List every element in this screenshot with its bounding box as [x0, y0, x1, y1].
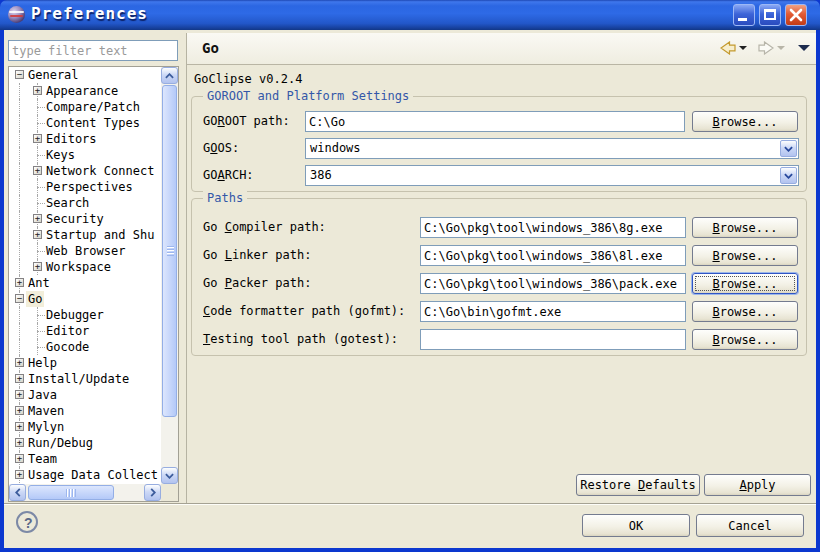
tree-rows: −General+AppearanceCompare/PatchContent … [9, 67, 161, 484]
expand-toggle-icon[interactable]: + [33, 166, 42, 175]
tree-item-label: Mylyn [26, 419, 66, 435]
forward-arrow-icon[interactable] [758, 41, 774, 55]
splitter-sash[interactable] [186, 33, 187, 504]
tree-item-team[interactable]: +Team [9, 451, 161, 467]
go-packer-path-browse-button[interactable]: Browse... [692, 273, 798, 294]
tree-item-label: Ant [26, 275, 52, 291]
scroll-right-button[interactable] [144, 484, 161, 501]
expand-toggle-icon[interactable]: + [33, 134, 42, 143]
tree-item-workspace[interactable]: +Workspace [9, 259, 161, 275]
go-linker-path-browse-button[interactable]: Browse... [692, 245, 798, 266]
tree-item-run-debug[interactable]: +Run/Debug [9, 435, 161, 451]
tree-item-label: Debugger [44, 307, 106, 323]
goroot-path-input[interactable] [305, 111, 685, 132]
tree-item-editor[interactable]: Editor [9, 323, 161, 339]
forward-history-dropdown-icon[interactable] [777, 46, 785, 50]
collapse-toggle-icon[interactable]: − [15, 70, 24, 79]
expand-toggle-icon[interactable]: + [15, 278, 24, 287]
expand-toggle-icon[interactable]: + [15, 358, 24, 367]
tree-item-install-update[interactable]: +Install/Update [9, 371, 161, 387]
collapse-toggle-icon[interactable]: − [15, 294, 24, 303]
tree-item-gocode[interactable]: Gocode [9, 339, 161, 355]
group-paths: Paths Go Compiler path:Browse...Go Linke… [191, 198, 807, 356]
go-compiler-path-input[interactable] [420, 217, 686, 238]
page-header: Go [187, 33, 816, 65]
tree-guide-line [19, 131, 20, 147]
tree-item-debugger[interactable]: Debugger [9, 307, 161, 323]
tree-item-maven[interactable]: +Maven [9, 403, 161, 419]
tree-item-label: Content Types [44, 115, 142, 131]
tree-item-startup-and-shu[interactable]: +Startup and Shu [9, 227, 161, 243]
testing-tool-path-gotest-browse-button[interactable]: Browse... [692, 329, 798, 350]
go-packer-path-input[interactable] [420, 273, 686, 294]
testing-tool-path-gotest-input[interactable] [420, 329, 686, 350]
tree-item-label: Editor [44, 323, 91, 339]
close-button[interactable] [785, 4, 807, 26]
goroot-path-browse-button[interactable]: Browse... [692, 111, 798, 132]
combo-value: windows [310, 139, 361, 158]
expand-toggle-icon[interactable]: + [15, 438, 24, 447]
tree-item-content-types[interactable]: Content Types [9, 115, 161, 131]
back-arrow-icon[interactable] [720, 41, 736, 55]
scroll-down-button[interactable] [161, 467, 178, 484]
apply-button[interactable]: Apply [704, 474, 811, 496]
expand-toggle-icon[interactable]: + [15, 390, 24, 399]
expand-toggle-icon[interactable]: + [33, 230, 42, 239]
back-history-dropdown-icon[interactable] [739, 46, 747, 50]
tree-item-perspectives[interactable]: Perspectives [9, 179, 161, 195]
tree-item-web-browser[interactable]: Web Browser [9, 243, 161, 259]
cancel-button[interactable]: Cancel [696, 514, 804, 537]
tree-item-general[interactable]: −General [9, 67, 161, 83]
tree-horizontal-scrollbar[interactable] [9, 484, 161, 501]
tree-item-go[interactable]: −Go [9, 291, 161, 307]
tree-vertical-scrollbar[interactable] [161, 67, 178, 484]
expand-toggle-icon[interactable]: + [15, 454, 24, 463]
code-formatter-path-gofmt-browse-button[interactable]: Browse... [692, 301, 798, 322]
tree-item-mylyn[interactable]: +Mylyn [9, 419, 161, 435]
combo-dropdown-button[interactable] [780, 167, 797, 184]
tree-item-ant[interactable]: +Ant [9, 275, 161, 291]
tree-item-label: Security [44, 211, 106, 227]
vertical-scroll-thumb[interactable] [162, 85, 177, 417]
tree-item-editors[interactable]: +Editors [9, 131, 161, 147]
expand-toggle-icon[interactable]: + [15, 470, 24, 479]
expand-toggle-icon[interactable]: + [33, 214, 42, 223]
tree-item-security[interactable]: +Security [9, 211, 161, 227]
combo-dropdown-button[interactable] [780, 140, 797, 157]
scroll-left-button[interactable] [9, 484, 26, 501]
expand-toggle-icon[interactable]: + [15, 422, 24, 431]
tree-item-appearance[interactable]: +Appearance [9, 83, 161, 99]
code-formatter-path-gofmt-input[interactable] [420, 301, 686, 322]
go-compiler-path-browse-button[interactable]: Browse... [692, 217, 798, 238]
filter-input[interactable] [8, 40, 178, 61]
chevron-down-icon [784, 146, 793, 152]
goos-combo[interactable]: windows [305, 138, 799, 159]
tree-item-compare-patch[interactable]: Compare/Patch [9, 99, 161, 115]
tree-item-search[interactable]: Search [9, 195, 161, 211]
tree-guide-line [19, 115, 20, 131]
goarch-combo[interactable]: 386 [305, 165, 799, 186]
go-linker-path-input[interactable] [420, 245, 686, 266]
tree-item-label: General [26, 67, 81, 83]
expand-toggle-icon[interactable]: + [15, 406, 24, 415]
tree-item-help[interactable]: +Help [9, 355, 161, 371]
tree-item-network-connect[interactable]: +Network Connect [9, 163, 161, 179]
field-label: Code formatter path (gofmt): [203, 301, 405, 322]
ok-button[interactable]: OK [582, 514, 690, 537]
restore-defaults-button[interactable]: Restore Defaults [576, 474, 700, 496]
field-label: Testing tool path (gotest): [203, 329, 398, 350]
maximize-button[interactable] [759, 4, 781, 26]
scroll-up-button[interactable] [161, 67, 178, 84]
expand-toggle-icon[interactable]: + [15, 374, 24, 383]
help-button[interactable]: ? [16, 511, 38, 533]
tree-item-usage-data-collect[interactable]: +Usage Data Collect [9, 467, 161, 483]
tree-item-java[interactable]: +Java [9, 387, 161, 403]
view-menu-icon[interactable] [798, 45, 810, 51]
tree-item-keys[interactable]: Keys [9, 147, 161, 163]
expand-toggle-icon[interactable]: + [33, 86, 42, 95]
minimize-button[interactable] [733, 4, 755, 26]
horizontal-scroll-thumb[interactable] [28, 485, 114, 500]
chevron-left-icon [15, 488, 21, 497]
expand-toggle-icon[interactable]: + [33, 262, 42, 271]
titlebar[interactable]: Preferences [0, 0, 820, 30]
